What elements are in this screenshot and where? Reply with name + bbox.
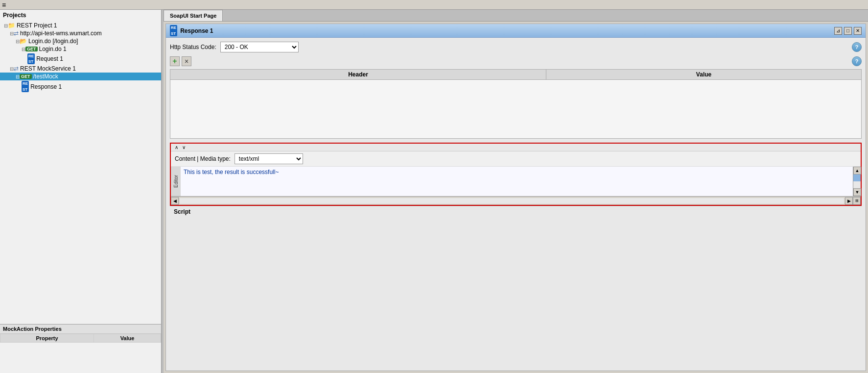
main-layout: Projects ⊟ 📁 REST Project 1 ⊟ ⇄ http://a… <box>0 10 868 373</box>
remove-header-btn[interactable]: × <box>182 56 191 66</box>
http-status-select[interactable]: 200 - OK 404 - Not Found 500 - Internal … <box>220 42 299 52</box>
response-panel: REST Response 1 ⊿ □ ✕ Http Status Code: … <box>165 24 866 371</box>
tree-item-rest-project-1[interactable]: ⊟ 📁 REST Project 1 <box>0 22 161 29</box>
h-scroll-icon-btn[interactable]: ⊞ <box>853 197 861 205</box>
col-value: Value <box>546 70 862 80</box>
tree-label-response-1: Response 1 <box>30 83 62 90</box>
expand-icon: ⊟ <box>4 23 8 28</box>
header-table-cell <box>170 80 546 139</box>
badge-get-login: GET <box>25 47 38 51</box>
tree-label-login-do: Login.do [/login.do] <box>28 38 78 45</box>
expand-icon-testmock: ⊟ <box>16 74 20 79</box>
badge-rest-request: REST <box>27 53 35 64</box>
scroll-track <box>853 174 861 181</box>
scroll-down-btn[interactable]: ▼ <box>853 188 861 196</box>
content-editor-section: ∧ ∨ Content | Media type: text/xml appli… <box>170 143 862 206</box>
expand-icon-login: ⊟ <box>16 39 20 44</box>
link-icon-api: ⇄ <box>14 30 19 37</box>
properties-table: Property Value <box>0 334 161 372</box>
col-header: Header <box>170 70 546 80</box>
tree-item-api-url[interactable]: ⊟ ⇄ http://api-test-wms.wumart.com <box>0 29 161 37</box>
menu-icon[interactable]: ≡ <box>2 1 6 9</box>
tree-item-request-1[interactable]: REST Request 1 <box>0 53 161 65</box>
editor-sidebar-label: Editor <box>171 167 181 196</box>
media-type-row: Content | Media type: text/xml applicati… <box>171 151 861 167</box>
script-section: Script <box>170 206 862 217</box>
script-label: Script <box>174 208 190 215</box>
content-section-header: ∧ ∨ <box>171 144 861 151</box>
tab-soapui-start-page[interactable]: SoapUI Start Page <box>164 10 223 21</box>
maximize-btn[interactable]: □ <box>844 27 852 35</box>
help-button-status[interactable]: ? <box>852 42 862 52</box>
folder-icon-login: 📂 <box>20 38 27 45</box>
add-header-btn[interactable]: + <box>170 56 180 66</box>
properties-panel: MockAction Properties Property Value <box>0 324 161 373</box>
expand-icon-api: ⊟ <box>10 31 14 36</box>
col-property: Property <box>0 334 94 343</box>
col-value: Value <box>94 334 161 343</box>
badge-rest-response: REST <box>22 81 29 92</box>
tree-label-rest-mock-service: REST MockService 1 <box>20 65 76 72</box>
tree-container: ⊟ 📁 REST Project 1 ⊟ ⇄ http://api-test-w… <box>0 21 161 324</box>
badge-rest-header: REST <box>170 25 177 36</box>
horizontal-scrollbar: ◀ ▶ ⊞ <box>171 196 861 205</box>
status-row: Http Status Code: 200 - OK 404 - Not Fou… <box>170 42 862 52</box>
tree-item-rest-mock-service[interactable]: ⊟ ⇄ REST MockService 1 <box>0 65 161 73</box>
arrow-down-btn[interactable]: ∨ <box>181 145 187 150</box>
scroll-up-btn[interactable]: ▲ <box>853 167 861 174</box>
close-btn[interactable]: ✕ <box>854 27 862 35</box>
tree-item-login-do-1[interactable]: ⊟ GET Login.do 1 <box>0 45 161 53</box>
response-panel-title: Response 1 <box>180 27 213 34</box>
arrow-up-btn[interactable]: ∧ <box>174 145 179 150</box>
media-type-select[interactable]: text/xml application/json text/plain <box>235 153 303 164</box>
h-scroll-right-btn[interactable]: ▶ <box>845 197 853 205</box>
editor-area: Editor This is test, the result is succe… <box>171 167 861 196</box>
projects-title: Projects <box>0 10 161 21</box>
media-type-label: Content | Media type: <box>175 155 231 162</box>
tab-bar: SoapUI Start Page <box>164 10 868 22</box>
scroll-track-empty <box>853 181 861 188</box>
minimize-btn[interactable]: ⊿ <box>834 27 842 35</box>
toolbar-row: + × ? <box>170 56 862 66</box>
help-button-toolbar[interactable]: ? <box>852 56 862 66</box>
expand-icon-mock: ⊟ <box>10 66 14 72</box>
tree-label-request-1: Request 1 <box>36 55 63 62</box>
response-title-area: REST Response 1 <box>170 25 213 36</box>
properties-panel-title: MockAction Properties <box>0 324 161 334</box>
tree-item-test-mock[interactable]: ⊟ GET /testMock <box>0 73 161 80</box>
badge-get-testmock: GET <box>20 74 32 79</box>
response-body: Http Status Code: 200 - OK 404 - Not Fou… <box>166 38 866 371</box>
sidebar: Projects ⊟ 📁 REST Project 1 ⊟ ⇄ http://a… <box>0 10 162 373</box>
header-value-table: Header Value <box>170 69 862 139</box>
editor-content[interactable]: This is test, the result is successfull~ <box>181 167 853 196</box>
response-controls: ⊿ □ ✕ <box>834 27 862 35</box>
tree-label-test-mock: /testMock <box>33 73 58 80</box>
tree-label-api-url: http://api-test-wms.wumart.com <box>20 30 102 37</box>
tree-label-login-do-1: Login.do 1 <box>39 46 67 52</box>
tree-item-login-do[interactable]: ⊟ 📂 Login.do [/login.do] <box>0 37 161 45</box>
response-header: REST Response 1 ⊿ □ ✕ <box>166 24 866 38</box>
h-scroll-track <box>180 198 844 204</box>
tab-label-start-page: SoapUI Start Page <box>170 13 216 19</box>
value-table-cell <box>546 80 862 139</box>
h-scroll-left-btn[interactable]: ◀ <box>171 197 179 205</box>
folder-icon-rest-project: 📁 <box>8 22 15 29</box>
editor-scrollbar: ▲ ▼ <box>853 167 861 196</box>
link-icon-mock: ⇄ <box>14 65 19 72</box>
http-status-label: Http Status Code: <box>170 44 216 50</box>
expand-icon-login1: ⊟ <box>22 47 25 52</box>
top-bar: ≡ <box>0 0 868 10</box>
tree-label-rest-project-1: REST Project 1 <box>17 22 57 29</box>
main-content: SoapUI Start Page REST Response 1 ⊿ □ ✕ <box>164 10 868 373</box>
tree-item-response-1[interactable]: REST Response 1 <box>0 80 161 92</box>
